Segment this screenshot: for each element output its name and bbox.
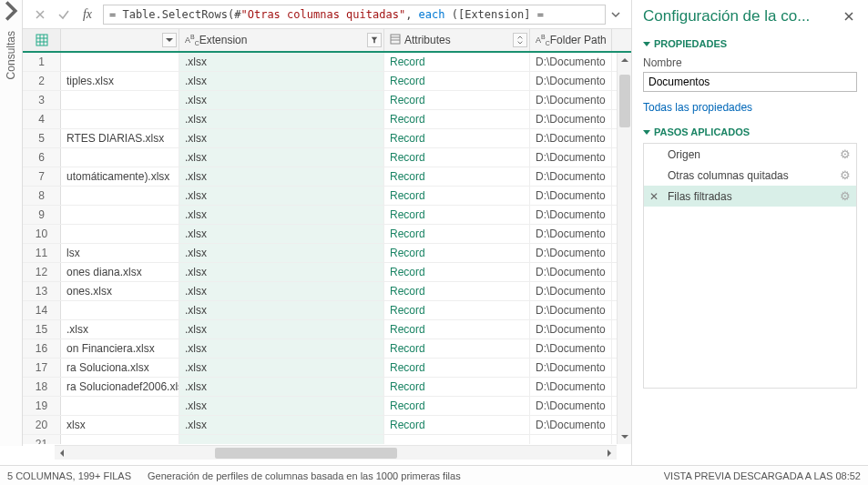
table-row[interactable]: 8.xlsxRecordD:\Documento bbox=[23, 187, 631, 206]
table-row[interactable]: 2tiples.xlsx.xlsxRecordD:\Documento bbox=[23, 72, 631, 91]
cell-extension[interactable]: .xlsx bbox=[179, 91, 384, 109]
cell-extension[interactable]: .xlsx bbox=[179, 301, 384, 319]
cell-name[interactable]: ones.xlsx bbox=[61, 282, 179, 300]
cell-attributes[interactable]: Record bbox=[384, 225, 530, 243]
cell-attributes[interactable]: Record bbox=[384, 397, 530, 415]
row-number[interactable]: 11 bbox=[23, 244, 61, 262]
row-number[interactable]: 4 bbox=[23, 110, 61, 128]
column-header-folder-path[interactable]: ABC Folder Path bbox=[530, 29, 612, 51]
cell-extension[interactable]: .xlsx bbox=[179, 110, 384, 128]
cell-extension[interactable]: .xlsx bbox=[179, 263, 384, 281]
applied-step[interactable]: ✕Origen⚙ bbox=[644, 144, 856, 165]
row-number[interactable]: 2 bbox=[23, 72, 61, 90]
cell-extension[interactable]: .xlsx bbox=[179, 187, 384, 205]
row-number[interactable]: 13 bbox=[23, 282, 61, 300]
row-number[interactable]: 7 bbox=[23, 167, 61, 186]
cell-name[interactable] bbox=[61, 53, 179, 71]
row-number[interactable]: 12 bbox=[23, 263, 61, 281]
cell-attributes[interactable]: Record bbox=[384, 359, 530, 377]
table-row[interactable]: 13ones.xlsx.xlsxRecordD:\Documento bbox=[23, 282, 631, 301]
gear-icon[interactable]: ⚙ bbox=[840, 189, 851, 203]
table-row[interactable]: 18ra Solucionadef2006.xlsx.xlsxRecordD:\… bbox=[23, 378, 631, 397]
cell-folder-path[interactable]: D:\Documento bbox=[530, 148, 612, 167]
properties-header[interactable]: PROPIEDADES bbox=[643, 38, 857, 49]
formula-cancel-button[interactable] bbox=[28, 5, 52, 25]
cell-name[interactable] bbox=[61, 301, 179, 319]
scroll-thumb[interactable] bbox=[619, 75, 630, 127]
cell-folder-path[interactable]: D:\Documento bbox=[530, 359, 612, 377]
row-number[interactable]: 14 bbox=[23, 301, 61, 319]
table-row[interactable]: 10.xlsxRecordD:\Documento bbox=[23, 225, 631, 244]
cell-attributes[interactable]: Record bbox=[384, 91, 530, 109]
table-row[interactable]: 3.xlsxRecordD:\Documento bbox=[23, 91, 631, 110]
cell-name[interactable] bbox=[61, 187, 179, 205]
cell-extension[interactable]: .xlsx bbox=[179, 53, 384, 71]
cell-attributes[interactable]: Record bbox=[384, 301, 530, 319]
cell-attributes[interactable]: Record bbox=[384, 339, 530, 358]
cell-name[interactable] bbox=[61, 397, 179, 415]
cell-folder-path[interactable]: D:\Documento bbox=[530, 397, 612, 415]
scroll-down-button[interactable] bbox=[618, 429, 631, 444]
cell-folder-path[interactable]: D:\Documento bbox=[530, 263, 612, 281]
cell-attributes[interactable]: Record bbox=[384, 378, 530, 396]
cell-attributes[interactable]: Record bbox=[384, 263, 530, 281]
grid-horizontal-scrollbar[interactable] bbox=[55, 445, 617, 460]
cell-attributes[interactable]: Record bbox=[384, 282, 530, 300]
cell-folder-path[interactable]: D:\Documento bbox=[530, 129, 612, 147]
cell-folder-path[interactable]: D:\Documento bbox=[530, 416, 612, 434]
table-row[interactable]: 12ones diana.xlsx.xlsxRecordD:\Documento bbox=[23, 263, 631, 282]
applied-step[interactable]: ✕Otras columnas quitadas⚙ bbox=[644, 165, 856, 186]
cell-extension[interactable]: .xlsx bbox=[179, 225, 384, 243]
cell-extension[interactable]: .xlsx bbox=[179, 339, 384, 358]
applied-steps-header[interactable]: PASOS APLICADOS bbox=[643, 126, 857, 137]
table-row[interactable]: 7utomáticamente).xlsx.xlsxRecordD:\Docum… bbox=[23, 167, 631, 187]
row-number[interactable]: 10 bbox=[23, 225, 61, 243]
cell-attributes[interactable] bbox=[384, 435, 530, 444]
cell-name[interactable] bbox=[61, 225, 179, 243]
cell-name[interactable]: ones diana.xlsx bbox=[61, 263, 179, 281]
cell-name[interactable] bbox=[61, 91, 179, 109]
gear-icon[interactable]: ⚙ bbox=[840, 147, 851, 161]
table-row[interactable]: 5RTES DIARIAS.xlsx.xlsxRecordD:\Document… bbox=[23, 129, 631, 148]
cell-folder-path[interactable]: D:\Documento bbox=[530, 320, 612, 338]
cell-name[interactable]: ra Soluciona.xlsx bbox=[61, 359, 179, 377]
gear-icon[interactable]: ⚙ bbox=[840, 168, 851, 182]
cell-attributes[interactable]: Record bbox=[384, 187, 530, 205]
cell-attributes[interactable]: Record bbox=[384, 129, 530, 147]
applied-step[interactable]: ✕Filas filtradas⚙ bbox=[644, 186, 856, 207]
row-number[interactable]: 1 bbox=[23, 53, 61, 71]
cell-extension[interactable]: .xlsx bbox=[179, 397, 384, 415]
table-row[interactable]: 6.xlsxRecordD:\Documento bbox=[23, 148, 631, 167]
table-row[interactable]: 9.xlsxRecordD:\Documento bbox=[23, 206, 631, 225]
row-number[interactable]: 5 bbox=[23, 129, 61, 147]
pane-close-button[interactable] bbox=[841, 8, 857, 25]
grid-vertical-scrollbar[interactable] bbox=[617, 53, 631, 444]
cell-extension[interactable]: .xlsx bbox=[179, 129, 384, 147]
cell-name[interactable]: lsx bbox=[61, 244, 179, 262]
cell-attributes[interactable]: Record bbox=[384, 206, 530, 224]
row-number[interactable]: 3 bbox=[23, 91, 61, 109]
cell-folder-path[interactable]: D:\Documento bbox=[530, 72, 612, 90]
cell-folder-path[interactable]: D:\Documento bbox=[530, 339, 612, 358]
cell-name[interactable]: .xlsx bbox=[61, 320, 179, 338]
cell-extension[interactable]: .xlsx bbox=[179, 72, 384, 90]
scroll-up-button[interactable] bbox=[618, 53, 631, 67]
column-menu-name[interactable] bbox=[162, 33, 177, 47]
table-row[interactable]: 11lsx.xlsxRecordD:\Documento bbox=[23, 244, 631, 263]
row-number[interactable]: 6 bbox=[23, 148, 61, 167]
cell-folder-path[interactable]: D:\Documento bbox=[530, 244, 612, 262]
column-header-name[interactable] bbox=[61, 29, 179, 51]
all-properties-link[interactable]: Todas las propiedades bbox=[643, 101, 752, 114]
cell-name[interactable]: on Financiera.xlsx bbox=[61, 339, 179, 358]
cell-attributes[interactable]: Record bbox=[384, 72, 530, 90]
row-number[interactable]: 17 bbox=[23, 359, 61, 377]
row-number[interactable]: 15 bbox=[23, 320, 61, 338]
table-row[interactable]: 15.xlsx.xlsxRecordD:\Documento bbox=[23, 320, 631, 339]
cell-attributes[interactable]: Record bbox=[384, 110, 530, 128]
cell-folder-path[interactable]: D:\Documento bbox=[530, 53, 612, 71]
cell-name[interactable]: utomáticamente).xlsx bbox=[61, 167, 179, 186]
cell-folder-path[interactable]: D:\Documento bbox=[530, 378, 612, 396]
column-header-attributes[interactable]: Attributes bbox=[384, 29, 530, 51]
cell-attributes[interactable]: Record bbox=[384, 320, 530, 338]
cell-name[interactable] bbox=[61, 148, 179, 167]
